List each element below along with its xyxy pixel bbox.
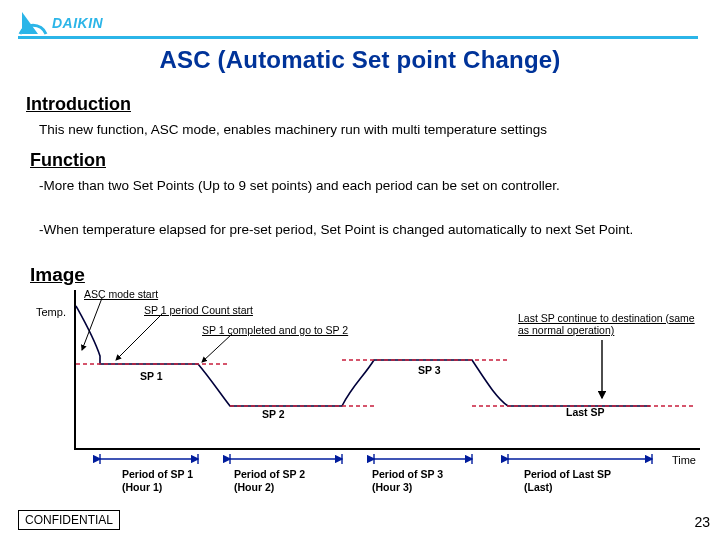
- logo-mark-icon: [18, 10, 48, 36]
- annot-sp1-complete: SP 1 completed and go to SP 2: [202, 324, 348, 336]
- slide: DAIKIN ASC (Automatic Set point Change) …: [0, 0, 720, 540]
- arrow-count-start: [116, 314, 162, 360]
- page-number: 23: [694, 514, 710, 530]
- confidential-badge: CONFIDENTIAL: [18, 510, 120, 530]
- brand-name: DAIKIN: [52, 15, 103, 31]
- heading-introduction: Introduction: [26, 94, 131, 115]
- function-text-2: -When temperature elapsed for pre-set pe…: [39, 222, 690, 239]
- period-2-label: Period of SP 2(Hour 2): [234, 468, 305, 494]
- divider: [18, 36, 698, 39]
- period-last-label: Period of Last SP(Last): [524, 468, 611, 494]
- brand-logo: DAIKIN: [18, 10, 103, 36]
- arrow-sp1-done: [202, 334, 232, 362]
- annot-last-continue: Last SP continue to destination (same as…: [518, 312, 708, 336]
- heading-function: Function: [30, 150, 106, 171]
- period-3-label: Period of SP 3(Hour 3): [372, 468, 443, 494]
- period-1-label: Period of SP 1(Hour 1): [122, 468, 193, 494]
- heading-image: Image: [30, 264, 85, 286]
- annot-count-start: SP 1 period Count start: [144, 304, 253, 316]
- last-sp-label: Last SP: [566, 406, 605, 418]
- annot-asc-start: ASC mode start: [84, 288, 158, 300]
- sp2-label: SP 2: [262, 408, 285, 420]
- asc-diagram: Temp. Time: [40, 290, 700, 490]
- page-title: ASC (Automatic Set point Change): [0, 46, 720, 74]
- sp1-label: SP 1: [140, 370, 163, 382]
- function-text-1: -More than two Set Points (Up to 9 set p…: [39, 178, 690, 195]
- sp3-label: SP 3: [418, 364, 441, 376]
- intro-text: This new function, ASC mode, enables mac…: [39, 122, 690, 137]
